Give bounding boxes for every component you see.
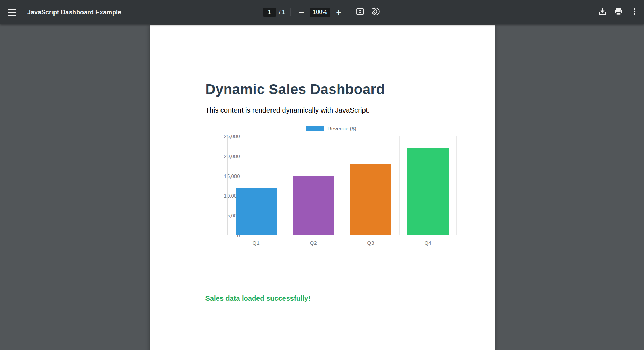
rotate-counterclockwise-icon: [371, 7, 380, 17]
page-number-input[interactable]: 1: [263, 8, 276, 17]
rotate-button[interactable]: [370, 7, 381, 17]
x-axis-label-q3: Q3: [367, 240, 374, 246]
more-options-button[interactable]: [629, 7, 640, 17]
gridline-vertical: [399, 136, 400, 235]
subtitle-text: This content is rendered dynamically wit…: [205, 106, 474, 114]
chart-bar-q3: [350, 164, 391, 235]
gridline-vertical: [456, 136, 457, 235]
page-count-label: / 1: [279, 9, 285, 15]
zoom-level-input[interactable]: 100%: [310, 8, 330, 17]
chart-bar-q1: [236, 188, 277, 235]
x-axis-label-q1: Q1: [252, 240, 259, 246]
x-axis-label-q2: Q2: [310, 240, 317, 246]
pdf-viewer-area[interactable]: Dynamic Sales Dashboard This content is …: [0, 24, 644, 350]
gridline-vertical: [285, 136, 285, 235]
status-message: Sales data loaded successfully!: [205, 294, 474, 302]
zoom-in-button[interactable]: +: [334, 7, 343, 17]
menu-icon[interactable]: [8, 8, 17, 17]
legend-swatch: [306, 126, 324, 131]
toolbar-separator: [349, 8, 349, 16]
x-axis-label-q4: Q4: [424, 240, 431, 246]
page-title: Dynamic Sales Dashboard: [205, 81, 474, 98]
kebab-menu-icon: [630, 7, 639, 17]
chart-x-axis-labels: Q1Q2Q3Q4: [227, 240, 457, 247]
download-icon: [598, 7, 607, 17]
chart-plot-row: 05,00010,00015,00020,00025,000: [205, 136, 457, 235]
fit-to-page-icon: [356, 7, 365, 17]
chart-bar-q4: [407, 148, 449, 235]
document-title: JavaScript Dashboard Example: [27, 9, 121, 16]
toolbar-separator: [291, 8, 291, 16]
zoom-out-button[interactable]: −: [297, 7, 306, 17]
chart-plot: [227, 136, 457, 235]
print-icon: [614, 7, 623, 17]
pdf-toolbar: JavaScript Dashboard Example 1 / 1 − 100…: [0, 0, 644, 24]
legend-label: Revenue ($): [327, 126, 356, 131]
print-button[interactable]: [613, 7, 624, 17]
gridline-vertical: [227, 136, 228, 235]
gridline-vertical: [342, 136, 342, 235]
chart-legend: Revenue ($): [205, 126, 457, 131]
download-button[interactable]: [597, 7, 608, 17]
chart-bar-q2: [293, 176, 334, 235]
pdf-page: Dynamic Sales Dashboard This content is …: [150, 25, 495, 350]
revenue-bar-chart: Revenue ($) 05,00010,00015,00020,00025,0…: [205, 126, 457, 247]
fit-to-page-button[interactable]: [355, 7, 366, 17]
